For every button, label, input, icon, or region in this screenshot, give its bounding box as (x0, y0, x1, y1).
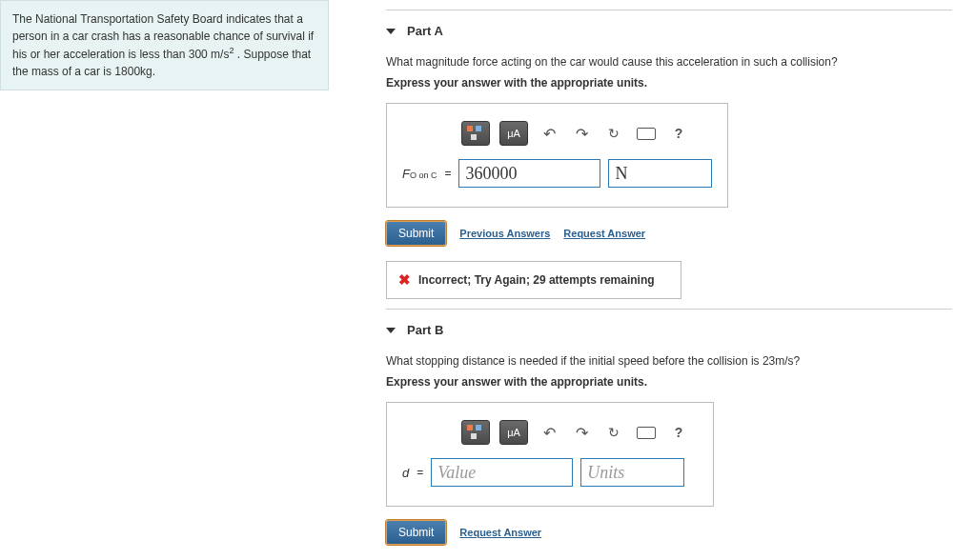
feedback-text: Incorrect; Try Again; 29 attempts remain… (418, 273, 655, 287)
part-b-instruction: Express your answer with the appropriate… (386, 375, 952, 389)
keyboard-icon[interactable] (635, 422, 658, 443)
part-a-header[interactable]: Part A (386, 24, 952, 38)
part-a-value-input[interactable] (458, 159, 600, 188)
part-a-request-answer-link[interactable]: Request Answer (563, 228, 645, 239)
part-a-instruction: Express your answer with the appropriate… (386, 76, 952, 90)
part-b-request-answer-link[interactable]: Request Answer (459, 527, 541, 538)
part-b-header[interactable]: Part B (386, 323, 952, 337)
part-b-submit-button[interactable]: Submit (386, 520, 446, 545)
keyboard-icon[interactable] (635, 123, 658, 144)
part-b-title: Part B (407, 323, 443, 337)
caret-down-icon (386, 328, 396, 333)
templates-button[interactable] (461, 420, 490, 445)
part-a-feedback: ✖ Incorrect; Try Again; 29 attempts rema… (386, 261, 681, 299)
units-button[interactable]: μA (499, 121, 528, 146)
equals-sign: = (417, 466, 423, 479)
part-a-variable: FO on C (402, 167, 437, 181)
problem-statement: The National Transportation Safety Board… (0, 0, 329, 90)
part-b-actions: Submit Request Answer (386, 520, 952, 545)
part-a-actions: Submit Previous Answers Request Answer (386, 221, 952, 246)
part-a-units-input[interactable]: N (608, 159, 712, 188)
help-icon[interactable]: ? (667, 123, 690, 144)
answer-panel: Part A What magnitude force acting on th… (329, 0, 976, 560)
part-a-question: What magnitude force acting on the car w… (386, 55, 952, 69)
part-b-value-input[interactable]: Value (431, 458, 573, 487)
help-icon[interactable]: ? (667, 422, 690, 443)
part-a-section: Part A What magnitude force acting on th… (386, 10, 952, 299)
templates-button[interactable] (461, 121, 490, 146)
part-b-variable: d (402, 466, 409, 480)
part-b-input-row: d = Value Units (402, 458, 698, 487)
part-b-units-input[interactable]: Units (580, 458, 684, 487)
part-a-answer-box: μA ↶ ↷ ↻ ? FO on C = N (386, 103, 728, 208)
part-a-title: Part A (407, 24, 443, 38)
undo-icon[interactable]: ↶ (538, 123, 560, 144)
part-b-section: Part B What stopping distance is needed … (386, 309, 952, 545)
part-b-question: What stopping distance is needed if the … (386, 354, 952, 368)
part-a-toolbar: μA ↶ ↷ ↻ ? (402, 121, 712, 146)
part-b-toolbar: μA ↶ ↷ ↻ ? (402, 420, 698, 445)
redo-icon[interactable]: ↷ (570, 422, 593, 443)
undo-icon[interactable]: ↶ (538, 422, 560, 443)
part-b-answer-box: μA ↶ ↷ ↻ ? d = Value Units (386, 402, 714, 507)
redo-icon[interactable]: ↷ (570, 123, 593, 144)
previous-answers-link[interactable]: Previous Answers (459, 228, 550, 239)
part-a-input-row: FO on C = N (402, 159, 712, 188)
part-a-submit-button[interactable]: Submit (386, 221, 446, 246)
problem-panel: The National Transportation Safety Board… (0, 0, 329, 560)
reset-icon[interactable]: ↻ (602, 422, 625, 443)
units-button[interactable]: μA (499, 420, 528, 445)
reset-icon[interactable]: ↻ (602, 123, 625, 144)
equals-sign: = (444, 167, 451, 180)
caret-down-icon (386, 29, 396, 34)
incorrect-icon: ✖ (398, 271, 411, 289)
